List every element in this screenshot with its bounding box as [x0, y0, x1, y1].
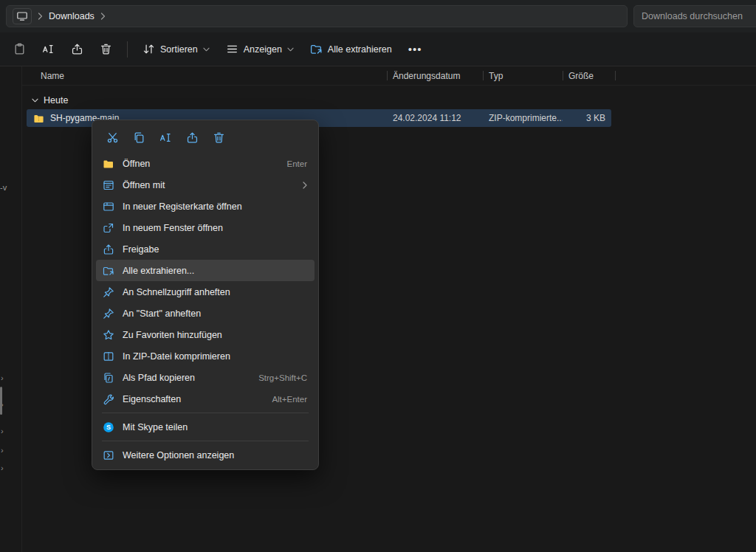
menu-item-schnellzugriff-anheften[interactable]: An Schnellzugriff anheften — [96, 281, 315, 303]
extract-icon — [103, 265, 114, 277]
rename-icon — [42, 43, 55, 55]
extract-all-button[interactable]: Alle extrahieren — [303, 38, 399, 61]
nav-item-fragment: -v — [0, 183, 7, 192]
breadcrumb-chevron-icon[interactable] — [100, 13, 106, 20]
column-header-modified[interactable]: Änderungsdatum — [387, 66, 483, 85]
group-header-heute[interactable]: Heute — [22, 92, 756, 109]
menu-item-pfad-kopieren[interactable]: Als Pfad kopieren Strg+Shift+C — [96, 367, 315, 388]
file-list-area: Name Änderungsdatum Typ Größe Heute SH-p… — [22, 66, 756, 552]
command-toolbar: Sortieren Anzeigen Alle extrahieren ••• — [0, 32, 756, 66]
tree-expand-icon[interactable]: › — [1, 463, 4, 472]
share-button[interactable] — [63, 38, 91, 61]
title-bar: Downloads — [0, 0, 756, 32]
tree-expand-icon[interactable]: › — [1, 446, 4, 455]
share-button[interactable] — [182, 127, 202, 148]
chevron-down-icon — [203, 47, 210, 52]
menu-item-freigabe[interactable]: Freigabe — [96, 238, 315, 260]
menu-item-oeffnen[interactable]: Öffnen Enter — [96, 153, 315, 174]
tree-expand-icon[interactable]: › — [1, 427, 4, 435]
view-label: Anzeigen — [244, 44, 282, 55]
column-headers: Name Änderungsdatum Typ Größe — [22, 66, 756, 86]
column-header-type[interactable]: Typ — [483, 66, 563, 85]
context-menu-icon-strip — [96, 124, 315, 153]
paste-button[interactable] — [6, 38, 33, 61]
search-input[interactable] — [642, 11, 755, 21]
rename-button[interactable] — [155, 127, 176, 148]
chevron-down-icon — [287, 47, 294, 52]
cut-button[interactable] — [102, 127, 123, 148]
menu-item-zip-komprimieren[interactable]: In ZIP-Datei komprimieren — [96, 345, 315, 367]
scrollbar-thumb[interactable] — [0, 387, 2, 415]
explorer-body: -v › › › › › Name Änderungsdatum Typ Grö… — [0, 66, 756, 552]
folder-open-icon — [103, 158, 114, 170]
skype-icon: S — [103, 421, 114, 433]
menu-separator — [102, 441, 309, 441]
star-icon — [103, 329, 114, 341]
rename-button[interactable] — [35, 38, 62, 61]
paste-icon — [13, 43, 26, 55]
open-with-icon — [103, 179, 114, 191]
copy-path-icon — [103, 372, 114, 384]
file-type: ZIP-komprimierte... — [483, 113, 563, 123]
extract-icon — [310, 43, 323, 55]
menu-item-weitere-optionen[interactable]: Weitere Optionen anzeigen — [96, 444, 315, 466]
copy-button[interactable] — [128, 127, 149, 148]
menu-item-neue-registerkarte[interactable]: In neuer Registerkarte öffnen — [96, 196, 315, 217]
svg-text:S: S — [106, 424, 111, 431]
view-button[interactable]: Anzeigen — [219, 38, 301, 61]
menu-item-oeffnen-mit[interactable]: Öffnen mit — [96, 174, 315, 196]
menu-item-eigenschaften[interactable]: Eigenschaften Alt+Enter — [96, 388, 315, 410]
menu-separator — [102, 413, 309, 413]
menu-item-neues-fenster[interactable]: In neuem Fenster öffnen — [96, 217, 315, 238]
column-header-size[interactable]: Größe — [563, 66, 616, 85]
pin-icon — [103, 286, 114, 298]
more-options-icon — [103, 449, 114, 461]
share-icon — [71, 43, 83, 55]
new-tab-icon — [103, 201, 114, 213]
share-icon — [103, 244, 114, 255]
address-bar[interactable]: Downloads — [6, 5, 628, 27]
sort-label: Sortieren — [160, 44, 198, 55]
trash-icon — [100, 43, 112, 55]
extract-label: Alle extrahieren — [328, 44, 392, 55]
menu-item-favoriten[interactable]: Zu Favoriten hinzufügen — [96, 324, 315, 345]
ellipsis-icon: ••• — [408, 44, 422, 55]
menu-item-alle-extrahieren[interactable]: Alle extrahieren... — [96, 260, 315, 281]
menu-item-skype-teilen[interactable]: S Mit Skype teilen — [96, 416, 315, 438]
this-pc-icon[interactable] — [13, 8, 32, 24]
view-list-icon — [226, 43, 238, 55]
breadcrumb-chevron-icon[interactable] — [38, 13, 43, 20]
group-collapse-icon[interactable] — [32, 98, 38, 103]
delete-button[interactable] — [208, 127, 229, 148]
tree-expand-icon[interactable]: › — [1, 373, 4, 382]
breadcrumb-downloads[interactable]: Downloads — [49, 11, 94, 21]
file-explorer-window: Downloads — [0, 0, 756, 552]
sort-button[interactable]: Sortieren — [135, 38, 217, 61]
search-box[interactable] — [633, 5, 756, 27]
zip-icon — [103, 351, 114, 362]
delete-button[interactable] — [92, 38, 120, 61]
properties-wrench-icon — [103, 393, 114, 405]
pin-icon — [103, 308, 114, 320]
file-modified: 24.02.2024 11:12 — [387, 113, 483, 123]
menu-item-start-anheften[interactable]: An "Start" anheften — [96, 303, 315, 324]
nav-pane-edge: -v › › › › › — [0, 66, 22, 552]
column-header-name[interactable]: Name — [22, 66, 387, 85]
submenu-chevron-icon — [303, 182, 307, 189]
see-more-button[interactable]: ••• — [401, 38, 430, 61]
group-label: Heute — [44, 95, 68, 106]
sort-icon — [142, 43, 155, 55]
new-window-icon — [103, 222, 114, 234]
zip-folder-icon — [32, 113, 45, 124]
file-size: 3 KB — [563, 113, 607, 123]
context-menu: Öffnen Enter Öffnen mit In — [92, 120, 319, 470]
toolbar-divider — [127, 41, 128, 58]
